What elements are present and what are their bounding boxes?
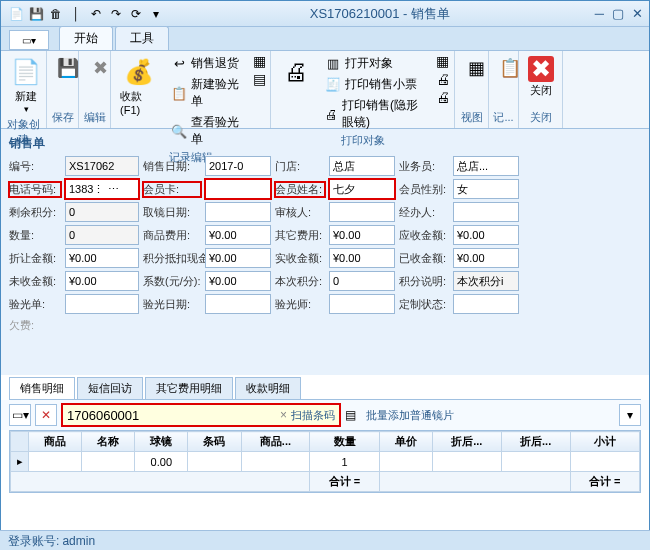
col-name[interactable]: 名称 bbox=[82, 432, 135, 452]
dtab-payment[interactable]: 收款明细 bbox=[235, 377, 301, 399]
optom-field[interactable] bbox=[329, 294, 395, 314]
window-title: XS1706210001 - 销售单 bbox=[165, 5, 595, 23]
qty-field[interactable] bbox=[65, 225, 139, 245]
qat-new-icon[interactable]: 📄 bbox=[7, 5, 25, 23]
tab-start[interactable]: 开始 bbox=[59, 26, 113, 50]
small-icon-2[interactable]: ▤ bbox=[253, 71, 266, 87]
col-productx[interactable]: 商品... bbox=[241, 432, 310, 452]
col-subtotal[interactable]: 小计 bbox=[570, 432, 639, 452]
factor-field[interactable] bbox=[205, 271, 271, 291]
received-field[interactable] bbox=[453, 248, 519, 268]
view-button[interactable]: ▦ bbox=[459, 53, 493, 83]
scan-label: 扫描条码 bbox=[291, 408, 335, 423]
print-icon: 🖨 bbox=[325, 106, 338, 122]
add-row-button[interactable]: ▭▾ bbox=[9, 404, 31, 426]
actual-field[interactable] bbox=[329, 248, 395, 268]
sum-label: 合计 = bbox=[310, 472, 379, 492]
open-icon: ▥ bbox=[325, 56, 341, 72]
cell-sph[interactable]: 0.00 bbox=[135, 452, 188, 472]
phone-label: 电话号码: bbox=[9, 182, 61, 197]
clerk-field[interactable] bbox=[453, 156, 519, 176]
sex-field[interactable] bbox=[453, 179, 519, 199]
date-field[interactable] bbox=[205, 156, 271, 176]
small-print-icon-3[interactable]: 🖨 bbox=[436, 89, 450, 105]
unpaid-label: 未收金额: bbox=[9, 274, 61, 289]
received-label: 已收金额: bbox=[399, 251, 449, 266]
auditor-field[interactable] bbox=[329, 202, 395, 222]
tab-tools[interactable]: 工具 bbox=[115, 26, 169, 50]
open-object-button[interactable]: ▥打开对象 bbox=[320, 53, 431, 74]
col-qty[interactable]: 数量 bbox=[310, 432, 379, 452]
print-receipt-button[interactable]: 🧾打印销售小票 bbox=[320, 74, 431, 95]
close-window-button[interactable]: ✕ bbox=[632, 6, 643, 21]
sales-return-button[interactable]: ↩销售退货 bbox=[166, 53, 248, 74]
pickup-field[interactable] bbox=[205, 202, 271, 222]
col-disc2[interactable]: 折后... bbox=[501, 432, 570, 452]
small-icon-1[interactable]: ▦ bbox=[253, 53, 266, 69]
col-product[interactable]: 商品 bbox=[29, 432, 82, 452]
new-button[interactable]: 📄新建▾ bbox=[5, 53, 47, 117]
qat-refresh-icon[interactable]: ⟳ bbox=[127, 5, 145, 23]
rx-field[interactable] bbox=[65, 294, 139, 314]
collect-button[interactable]: 💰收款(F1) bbox=[115, 53, 163, 119]
custom-label: 定制状态: bbox=[399, 297, 449, 312]
store-field[interactable] bbox=[329, 156, 395, 176]
col-price[interactable]: 单价 bbox=[379, 432, 432, 452]
ptsnote-label: 积分说明: bbox=[399, 274, 449, 289]
col-sph[interactable]: 球镜 bbox=[135, 432, 188, 452]
cell-qty[interactable]: 1 bbox=[310, 452, 379, 472]
card-field[interactable] bbox=[205, 179, 271, 199]
phone-field[interactable] bbox=[65, 179, 139, 199]
agent-field[interactable] bbox=[453, 202, 519, 222]
ptsnote-field[interactable] bbox=[453, 271, 519, 291]
barcode-input[interactable] bbox=[67, 408, 276, 423]
custom-field[interactable] bbox=[453, 294, 519, 314]
close-button[interactable]: ✖关闭 bbox=[523, 53, 559, 101]
curpts-field[interactable] bbox=[329, 271, 395, 291]
otherfee-field[interactable] bbox=[329, 225, 395, 245]
return-icon: ↩ bbox=[171, 56, 187, 72]
qat-dropdown-icon[interactable]: ▾ bbox=[147, 5, 165, 23]
unpaid-field[interactable] bbox=[65, 271, 139, 291]
qat-delete-icon[interactable]: 🗑 bbox=[47, 5, 65, 23]
rxdate-label: 验光日期: bbox=[143, 297, 201, 312]
rx-new-icon: 📋 bbox=[171, 85, 187, 101]
detail-grid[interactable]: 商品 名称 球镜 条码 商品... 数量 单价 折后... 折后... 小计 ▸… bbox=[9, 430, 641, 493]
dtab-sms[interactable]: 短信回访 bbox=[77, 377, 143, 399]
discount-field[interactable] bbox=[65, 248, 139, 268]
dtab-otherfee[interactable]: 其它费用明细 bbox=[145, 377, 233, 399]
barcode-scan-box[interactable]: × 扫描条码 bbox=[61, 403, 341, 427]
actual-label: 实收金额: bbox=[275, 251, 325, 266]
batch-add-lens[interactable]: 批量添加普通镜片 bbox=[366, 408, 454, 423]
minimize-button[interactable]: ─ bbox=[595, 6, 604, 21]
goodsfee-field[interactable] bbox=[205, 225, 271, 245]
remove-row-button[interactable]: ✕ bbox=[35, 404, 57, 426]
dtab-detail[interactable]: 销售明细 bbox=[9, 377, 75, 399]
maximize-button[interactable]: ▢ bbox=[612, 6, 624, 21]
clear-scan-icon[interactable]: × bbox=[280, 408, 287, 422]
qat-redo-icon[interactable]: ↷ bbox=[107, 5, 125, 23]
discount-label: 折让金额: bbox=[9, 251, 61, 266]
table-row[interactable]: ▸ 0.00 1 bbox=[11, 452, 640, 472]
mname-field[interactable] bbox=[329, 179, 395, 199]
ptscash-field[interactable] bbox=[205, 248, 271, 268]
pts-field[interactable] bbox=[65, 202, 139, 222]
col-disc1[interactable]: 折后... bbox=[432, 432, 501, 452]
no-field[interactable] bbox=[65, 156, 139, 176]
view-rx-button[interactable]: 🔍查看验光单 bbox=[166, 112, 248, 150]
login-label: 登录账号: bbox=[8, 534, 59, 548]
save-icon: 💾 bbox=[56, 56, 80, 80]
ribbon-menu-dropdown[interactable]: ▭▾ bbox=[9, 30, 49, 50]
rxdate-field[interactable] bbox=[205, 294, 271, 314]
more-button[interactable]: ▾ bbox=[619, 404, 641, 426]
small-print-icon-1[interactable]: ▦ bbox=[436, 53, 450, 69]
new-rx-button[interactable]: 📋新建验光单 bbox=[166, 74, 248, 112]
small-print-icon-2[interactable]: 🖨 bbox=[436, 71, 450, 87]
qat-save-icon[interactable]: 💾 bbox=[27, 5, 45, 23]
col-barcode[interactable]: 条码 bbox=[188, 432, 241, 452]
qat-undo-icon[interactable]: ↶ bbox=[87, 5, 105, 23]
print-button[interactable]: 🖨 bbox=[275, 53, 317, 91]
receivable-field[interactable] bbox=[453, 225, 519, 245]
print-sale-hidden-button[interactable]: 🖨打印销售(隐形眼镜) bbox=[320, 95, 431, 133]
row-header bbox=[11, 432, 29, 452]
